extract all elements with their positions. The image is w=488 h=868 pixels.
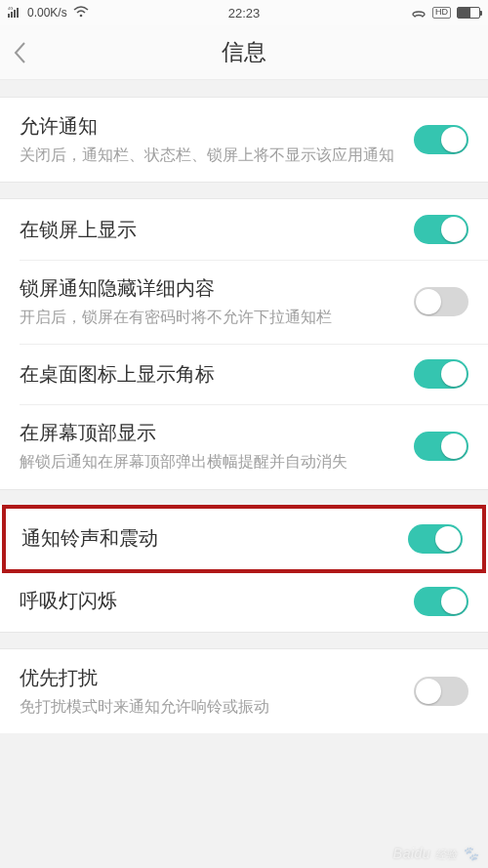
- row-title: 在桌面图标上显示角标: [20, 361, 400, 388]
- watermark: Baidu 经验🐾: [393, 846, 478, 862]
- svg-rect-1: [11, 12, 13, 18]
- hd-badge: HD: [432, 7, 451, 19]
- row-title: 允许通知: [20, 113, 400, 140]
- row-title: 呼吸灯闪烁: [20, 588, 400, 614]
- svg-rect-3: [17, 8, 19, 18]
- row-title: 通知铃声和震动: [21, 525, 394, 552]
- paw-icon: 🐾: [462, 846, 479, 861]
- row-priority-interrupt[interactable]: 优先打扰 免打扰模式时来通知允许响铃或振动: [0, 649, 488, 733]
- divider: [0, 632, 488, 649]
- signal-icon: 4G: [8, 6, 21, 21]
- divider: [0, 80, 488, 98]
- row-title: 在屏幕顶部显示: [20, 420, 400, 446]
- phone-icon: [411, 5, 427, 21]
- row-subtitle: 关闭后，通知栏、状态栏、锁屏上将不显示该应用通知: [20, 144, 400, 166]
- row-banner-top[interactable]: 在屏幕顶部显示 解锁后通知在屏幕顶部弹出横幅提醒并自动消失: [0, 404, 488, 488]
- toggle-allow-notifications[interactable]: [414, 125, 468, 154]
- page-title: 信息: [222, 37, 266, 67]
- toggle-lockscreen-show[interactable]: [414, 215, 468, 244]
- back-button[interactable]: [12, 25, 51, 80]
- toggle-led-blink[interactable]: [414, 587, 468, 616]
- row-led-blink[interactable]: 呼吸灯闪烁: [0, 571, 488, 632]
- toggle-icon-badge[interactable]: [414, 359, 468, 389]
- wifi-icon: [73, 6, 89, 21]
- row-icon-badge[interactable]: 在桌面图标上显示角标: [0, 344, 488, 404]
- settings-group: 通知铃声和震动 呼吸灯闪烁: [0, 505, 488, 632]
- highlight-annotation: 通知铃声和震动: [2, 505, 486, 573]
- row-subtitle: 解锁后通知在屏幕顶部弹出横幅提醒并自动消失: [20, 450, 400, 473]
- row-subtitle: 免打扰模式时来通知允许响铃或振动: [20, 695, 400, 718]
- settings-group: 优先打扰 免打扰模式时来通知允许响铃或振动: [0, 649, 488, 733]
- row-lockscreen-hide-details[interactable]: 锁屏通知隐藏详细内容 开启后，锁屏在有密码时将不允许下拉通知栏: [0, 260, 488, 344]
- svg-text:4G: 4G: [8, 6, 13, 11]
- status-bar: 4G 0.00K/s 22:23 HD: [0, 0, 488, 25]
- row-lockscreen-show[interactable]: 在锁屏上显示: [0, 199, 488, 260]
- settings-group: 在锁屏上显示 锁屏通知隐藏详细内容 开启后，锁屏在有密码时将不允许下拉通知栏 在…: [0, 199, 488, 488]
- toggle-priority-interrupt[interactable]: [414, 677, 468, 706]
- toggle-lockscreen-hide-details[interactable]: [414, 287, 468, 316]
- net-speed: 0.00K/s: [27, 6, 67, 20]
- row-title: 在锁屏上显示: [20, 217, 400, 243]
- battery-icon: [457, 7, 480, 19]
- row-title: 锁屏通知隐藏详细内容: [20, 275, 400, 302]
- settings-group: 允许通知 关闭后，通知栏、状态栏、锁屏上将不显示该应用通知: [0, 98, 488, 182]
- divider: [0, 182, 488, 199]
- toggle-sound-vibrate[interactable]: [408, 524, 463, 554]
- svg-rect-0: [8, 14, 10, 18]
- svg-rect-2: [14, 10, 16, 18]
- svg-point-5: [79, 14, 82, 17]
- row-sound-vibrate[interactable]: 通知铃声和震动: [6, 509, 482, 569]
- row-allow-notifications[interactable]: 允许通知 关闭后，通知栏、状态栏、锁屏上将不显示该应用通知: [0, 98, 488, 182]
- header: 信息: [0, 25, 488, 80]
- toggle-banner-top[interactable]: [414, 432, 468, 461]
- row-subtitle: 开启后，锁屏在有密码时将不允许下拉通知栏: [20, 306, 400, 328]
- row-title: 优先打扰: [20, 665, 400, 691]
- status-time: 22:23: [228, 6, 261, 21]
